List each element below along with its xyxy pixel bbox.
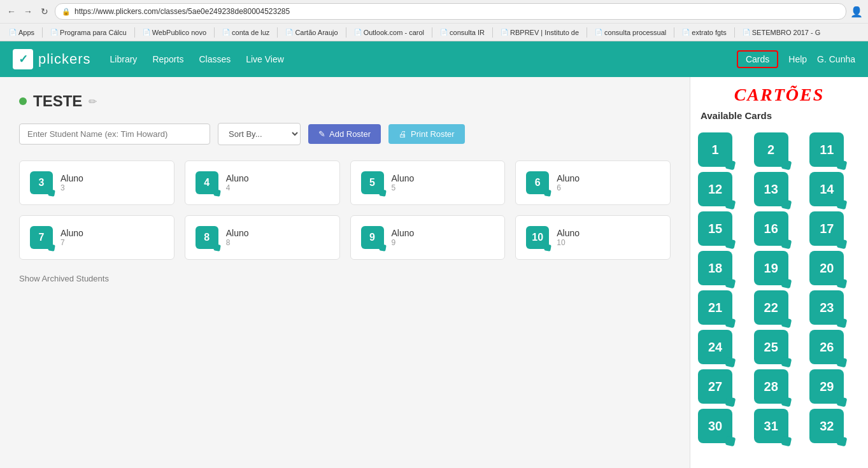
bookmark-label: Apps: [18, 29, 34, 36]
bookmark-item-4[interactable]: 📄Cartão Araujo: [281, 27, 341, 38]
student-number-badge: 7: [30, 226, 53, 249]
bookmark-separator: [134, 27, 135, 38]
bookmark-label: consulta processual: [604, 29, 666, 36]
student-number-badge: 10: [526, 226, 549, 249]
student-id: 10: [557, 238, 580, 247]
student-number-badge: 6: [526, 171, 549, 194]
card-badge-18[interactable]: 18: [698, 251, 732, 285]
student-number-badge: 8: [196, 226, 218, 249]
card-badge-25[interactable]: 25: [754, 330, 788, 364]
bookmark-label: consulta IR: [450, 29, 485, 36]
reload-button[interactable]: ↻: [38, 5, 51, 18]
card-badge-20[interactable]: 20: [809, 251, 844, 285]
nav-liveview[interactable]: Live View: [246, 52, 284, 67]
bookmark-label: RBPREV | Instituto de: [510, 29, 579, 36]
card-badge-29[interactable]: 29: [809, 369, 844, 404]
bookmark-separator: [346, 27, 346, 38]
student-name: Aluno: [60, 173, 83, 183]
sort-select[interactable]: Sort By...: [218, 123, 301, 145]
lock-icon: 🔒: [62, 8, 71, 16]
bookmark-icon: 📄: [143, 29, 150, 36]
bookmark-item-6[interactable]: 📄consulta IR: [436, 27, 488, 38]
student-id: 8: [226, 238, 249, 247]
bookmark-label: extrato fgts: [692, 29, 726, 36]
card-badge-28[interactable]: 28: [754, 369, 788, 404]
student-card[interactable]: 3 Aluno 3: [19, 160, 174, 205]
card-badge-21[interactable]: 21: [698, 290, 732, 325]
card-badge-22[interactable]: 22: [754, 290, 788, 325]
card-badge-27[interactable]: 27: [698, 369, 732, 404]
student-card[interactable]: 10 Aluno 10: [515, 215, 671, 260]
bookmark-icon: 📄: [285, 29, 293, 36]
logo-text: plickers: [38, 51, 91, 67]
card-badge-14[interactable]: 14: [809, 172, 844, 206]
bookmark-label: SETEMBRO 2017 - G: [752, 29, 821, 36]
card-badge-12[interactable]: 12: [698, 172, 732, 206]
bookmark-item-10[interactable]: 📄SETEMBRO 2017 - G: [739, 27, 825, 38]
card-badge-26[interactable]: 26: [809, 330, 844, 364]
address-bar[interactable]: 🔒 https://www.plickers.com/classes/5ae0e…: [55, 3, 846, 20]
student-name: Aluno: [557, 173, 580, 183]
main-content: TESTE ✏ Sort By... ✎ Add Roster 🖨 Print …: [0, 77, 868, 468]
bookmark-separator: [42, 27, 43, 38]
bookmark-icon: 📄: [501, 29, 508, 36]
card-badge-11[interactable]: 11: [809, 132, 844, 167]
student-id: 7: [60, 238, 83, 247]
card-badge-19[interactable]: 19: [754, 251, 788, 285]
bookmark-label: Cartão Araujo: [295, 29, 338, 36]
card-badge-13[interactable]: 13: [754, 172, 788, 206]
cards-button[interactable]: Cards: [737, 50, 778, 68]
bookmark-item-0[interactable]: 📄Apps: [5, 27, 38, 38]
student-card[interactable]: 4 Aluno 4: [185, 160, 340, 205]
print-roster-button[interactable]: 🖨 Print Roster: [388, 124, 465, 144]
student-info: Aluno 3: [60, 173, 83, 192]
add-roster-button[interactable]: ✎ Add Roster: [308, 124, 381, 144]
print-roster-label: Print Roster: [411, 129, 455, 139]
student-card[interactable]: 6 Aluno 6: [515, 160, 671, 205]
student-card[interactable]: 7 Aluno 7: [19, 215, 174, 260]
bookmark-item-2[interactable]: 📄WebPublico novo: [139, 27, 210, 38]
bookmark-item-8[interactable]: 📄consulta processual: [591, 27, 670, 38]
nav-reports[interactable]: Reports: [152, 52, 183, 67]
nav-library[interactable]: Library: [110, 52, 138, 67]
nav-links: Library Reports Classes Live View: [110, 52, 737, 67]
show-archived-link[interactable]: Show Archived Students: [19, 274, 109, 283]
bookmark-icon: 📄: [595, 29, 602, 36]
student-card[interactable]: 5 Aluno 5: [350, 160, 506, 205]
add-roster-icon: ✎: [318, 129, 325, 139]
search-input[interactable]: [19, 124, 210, 145]
card-badge-1[interactable]: 1: [698, 132, 732, 167]
card-badge-24[interactable]: 24: [698, 330, 732, 364]
controls: Sort By... ✎ Add Roster 🖨 Print Roster: [19, 123, 671, 145]
bookmark-item-3[interactable]: 📄conta de luz: [218, 27, 273, 38]
bookmark-item-9[interactable]: 📄extrato fgts: [678, 27, 730, 38]
nav-classes[interactable]: Classes: [199, 52, 231, 67]
cards-grid-container[interactable]: 1211121314151617181920212223242526272829…: [690, 127, 868, 468]
back-button[interactable]: ←: [5, 5, 18, 18]
card-badge-31[interactable]: 31: [754, 409, 788, 443]
student-card[interactable]: 8 Aluno 8: [185, 215, 340, 260]
bookmark-item-5[interactable]: 📄Outlook.com - carol: [350, 27, 428, 38]
student-info: Aluno 5: [392, 173, 415, 192]
card-badge-30[interactable]: 30: [698, 409, 732, 443]
card-badge-16[interactable]: 16: [754, 211, 788, 246]
card-badge-17[interactable]: 17: [809, 211, 844, 246]
help-link[interactable]: Help: [788, 54, 807, 64]
edit-icon[interactable]: ✏: [89, 96, 97, 108]
right-panel: CARTÕES Available Cards 1211121314151617…: [690, 77, 868, 468]
card-badge-23[interactable]: 23: [809, 290, 844, 325]
card-badge-15[interactable]: 15: [698, 211, 732, 246]
bookmark-label: conta de luz: [232, 29, 269, 36]
student-name: Aluno: [60, 228, 83, 238]
student-card[interactable]: 9 Aluno 9: [350, 215, 506, 260]
browser-top-bar: ← → ↻ 🔒 https://www.plickers.com/classes…: [0, 0, 868, 23]
bookmark-item-7[interactable]: 📄RBPREV | Instituto de: [497, 27, 583, 38]
forward-button[interactable]: →: [22, 5, 34, 18]
student-name: Aluno: [557, 228, 580, 238]
card-badge-32[interactable]: 32: [809, 409, 844, 443]
card-badge-2[interactable]: 2: [754, 132, 788, 167]
bookmark-icon: 📄: [354, 29, 362, 36]
class-header: TESTE ✏: [19, 92, 671, 110]
student-number-badge: 3: [30, 171, 53, 194]
bookmark-item-1[interactable]: 📄Programa para Cálcu: [46, 27, 131, 38]
